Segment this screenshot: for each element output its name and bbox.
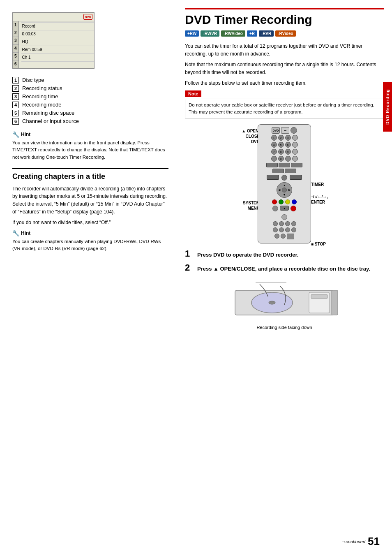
label-timer: TIMER	[311, 182, 338, 187]
down-arrow-icon: ▼	[283, 193, 286, 196]
remote-btn-r3[interactable]	[292, 149, 298, 155]
remote-row2-btn-3[interactable]	[285, 227, 290, 232]
remote-row-btn-2[interactable]	[279, 221, 284, 226]
page-title: DVD Timer Recording	[185, 8, 384, 26]
item-label-6: Channel or input source	[22, 118, 79, 124]
remote-red-btn[interactable]	[272, 199, 277, 204]
remote-blue-btn[interactable]	[292, 199, 297, 204]
numbered-items-list: 1 Disc type 2 Recording status 3 Recordi…	[12, 77, 168, 125]
hint-icon-1: 🔧	[12, 131, 19, 138]
screen-num-6: 6	[13, 60, 18, 68]
remote-dpad-center[interactable]	[282, 188, 287, 192]
remote-center-btn[interactable]	[281, 175, 287, 181]
remote-btn-0[interactable]: 0	[278, 156, 284, 162]
remote-dpad[interactable]: ▲ ▼ ◀ ▶	[277, 182, 292, 198]
remote-btn-4[interactable]: 4	[271, 142, 277, 148]
remote-btn-5[interactable]: 5	[278, 142, 284, 148]
remote-btn-8[interactable]: 8	[278, 149, 284, 155]
remote-misc-btn-1[interactable]	[272, 206, 278, 211]
screen-num-4: 4	[13, 45, 18, 53]
remote-stop-btn[interactable]	[291, 206, 296, 211]
remote-row-btn-1[interactable]	[273, 221, 278, 226]
remote-btn-6[interactable]: 6	[285, 142, 291, 148]
screen-val-4: HQ	[21, 38, 94, 46]
badge-rvr: -RVR	[259, 30, 274, 37]
remote-wrapper: ▲ OPEN/CLOSEDVD SYSTEMMENU TIMER ↑/↓/←/→…	[231, 124, 338, 243]
stop-icon	[292, 207, 295, 210]
item-label-1: Disc type	[22, 77, 44, 83]
badge-rvideo: -RVideo	[275, 30, 295, 37]
list-item: 6 Channel or input source	[12, 118, 168, 125]
remote-yellow-btn[interactable]	[285, 199, 290, 204]
item-number-1: 1	[12, 77, 19, 83]
remote-func-btn-1[interactable]	[266, 163, 278, 167]
intro-text-2: Note that the maximum continuous recordi…	[185, 61, 384, 76]
screen-num-5: 5	[13, 53, 18, 60]
section-divider-1	[12, 168, 168, 169]
list-item: 5 Remaining disc space	[12, 110, 168, 116]
remote-btn-3[interactable]: 3	[285, 135, 291, 141]
format-badges: +RW -RWVR -RWVideo +R -RVR -RVideo	[185, 30, 384, 37]
remote-row2-btn-1[interactable]	[273, 227, 278, 232]
remote-row-btn-3[interactable]	[285, 221, 290, 226]
right-arrow-icon: ▶	[288, 188, 291, 192]
right-column: DVD Timer Recording +RW -RWVR -RWVideo +…	[177, 0, 392, 556]
badge-rwvideo: -RWVideo	[221, 30, 245, 37]
remote-misc-btn-2[interactable]: ●	[280, 206, 289, 211]
remote-btn-top3[interactable]	[291, 127, 297, 134]
remote-btn-2[interactable]: 2	[278, 135, 284, 141]
label-nav: ↑/↓/←/→,ENTER	[311, 194, 338, 205]
remote-btn-r1[interactable]	[292, 135, 298, 141]
screen-val-6: Ch 1	[21, 54, 94, 62]
remote-illustration: ▲ OPEN/CLOSEDVD SYSTEMMENU TIMER ↑/↓/←/→…	[185, 124, 384, 243]
intro-text-1: You can set the timer for a total of 12 …	[185, 42, 384, 58]
remote-btn-7[interactable]: 7	[271, 149, 277, 155]
remote-timer-btn[interactable]	[290, 175, 302, 180]
step-num-1: 1	[185, 248, 193, 259]
remote-btn-c1[interactable]	[271, 156, 277, 162]
item-label-5: Remaining disc space	[22, 110, 74, 116]
note-label: Note	[185, 90, 384, 99]
remote-row-btn-4[interactable]	[291, 221, 296, 226]
hint-icon-2: 🔧	[12, 230, 19, 236]
remote-row3-btn-1[interactable]	[274, 234, 279, 239]
remote-func-btn-4[interactable]	[272, 169, 284, 173]
remote-row2-btn-2[interactable]	[279, 227, 284, 232]
badge-rwvr: -RWVR	[201, 30, 219, 37]
page-number-area: →continued 51	[341, 535, 380, 548]
remote-row3-btn-2[interactable]	[281, 234, 286, 239]
svg-rect-4	[311, 294, 327, 299]
item-number-6: 6	[12, 118, 19, 125]
note-content: Do not operate your cable box or satelli…	[185, 99, 384, 119]
remote-btn-1[interactable]: 1	[271, 135, 277, 141]
remote-dvd-btn[interactable]: DVD	[272, 127, 280, 134]
hint-title-2: 🔧 Hint	[12, 230, 168, 236]
remote-func-btn-3[interactable]	[291, 163, 302, 167]
item-label-2: Recording status	[22, 85, 62, 91]
intro-text-3: Follow the steps below to set each timer…	[185, 79, 384, 87]
remote-btn-c2[interactable]	[285, 156, 291, 162]
remote-row3-btn-3[interactable]	[287, 234, 294, 239]
remote-func-btn-5[interactable]	[285, 169, 296, 173]
remote-func-btn-2[interactable]	[279, 163, 290, 167]
remote-system-menu-btn[interactable]	[267, 175, 279, 180]
svg-point-2	[269, 301, 275, 304]
hint-title-1: 🔧 Hint	[12, 131, 168, 138]
remote-btn-9[interactable]: 9	[285, 149, 291, 155]
remote-btn-r2[interactable]	[292, 142, 298, 148]
continued-text: →continued	[341, 539, 365, 544]
disc-illustration-container: Recording side facing down	[185, 278, 384, 330]
remote-green-btn[interactable]	[279, 199, 284, 204]
step-text-1: Press DVD to operate the DVD recorder.	[197, 251, 298, 259]
hint-text-1: You can view the information also in the…	[12, 139, 168, 161]
screen-num-3: 3	[13, 37, 18, 45]
item-number-2: 2	[12, 85, 19, 92]
remote-bottom-btn[interactable]	[281, 214, 287, 220]
screen-val-5: Rem 00:59	[21, 46, 94, 54]
hint-section-2: 🔧 Hint You can create chapters manually …	[12, 230, 168, 253]
svg-rect-6	[332, 290, 338, 315]
remote-btn-r4[interactable]	[292, 156, 298, 162]
screen-values: Record 0:00:03 HQ Rem 00:59 Ch 1	[19, 21, 94, 68]
remote-row2-btn-4[interactable]	[291, 227, 296, 232]
creating-chapters-body2: If you do not want to divide titles, sel…	[12, 219, 168, 227]
